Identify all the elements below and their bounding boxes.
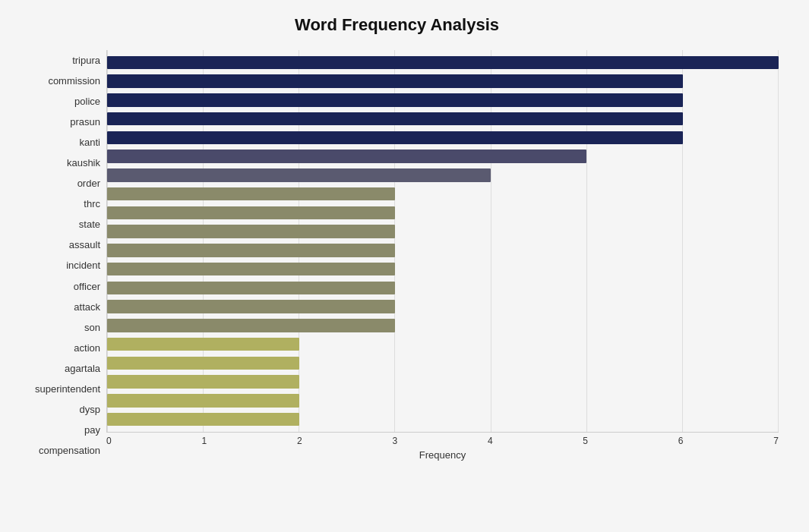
bar-row [107,72,779,91]
bar [107,93,683,106]
bar [107,150,586,162]
bar [107,56,779,69]
bar-row [107,203,779,222]
y-label: compensation [39,445,100,455]
x-axis-label: Frequency [106,449,779,461]
bar [107,319,395,332]
y-label: officer [74,282,100,291]
y-label: commission [48,76,100,86]
y-label: attack [74,302,100,312]
bar-row [107,297,779,316]
chart-title: Word Frequency Analysis [15,15,779,35]
bar [107,300,395,313]
y-label: action [74,343,100,353]
x-tick: 7 [773,436,779,446]
bar-row [107,410,779,429]
y-label: pay [84,425,100,435]
chart-container: Word Frequency Analysis tripuracommissio… [0,0,809,532]
bars-area [106,50,779,433]
bar [107,244,395,257]
bar-row [107,354,779,373]
x-tick: 4 [488,436,493,446]
y-label: order [77,178,100,188]
bar [107,168,491,181]
y-label: prasun [70,117,100,127]
x-tick: 1 [201,436,207,446]
bar [107,375,299,388]
bar [107,74,683,87]
bar [107,413,299,426]
y-label: agartala [65,364,100,373]
y-label: thrc [84,199,100,209]
bar-row [107,260,779,279]
y-label: state [79,219,100,229]
bar [107,112,683,125]
y-label: tripura [72,55,100,65]
x-tick: 5 [583,436,588,446]
bar [107,187,395,200]
bar-row [107,128,779,147]
x-tick: 6 [678,436,684,446]
bar-row [107,222,779,241]
bar [107,282,395,294]
x-axis: 01234567 [106,433,779,446]
x-tick: 3 [392,436,397,446]
bars-wrapper [107,50,779,432]
y-label: dysp [80,405,100,414]
y-axis: tripuracommissionpoliceprasunkantikaushi… [15,50,106,461]
y-label: police [74,96,100,106]
bar-row [107,166,779,185]
bar-row [107,91,779,110]
bar-row [107,184,779,203]
bar [107,357,299,370]
bar-row [107,279,779,297]
x-tick: 2 [297,436,302,446]
bar-row [107,392,779,411]
y-label: incident [66,260,100,270]
bar [107,206,395,219]
bar-row [107,147,779,166]
y-label: assault [69,240,100,250]
bar-row [107,316,779,335]
bar-row [107,241,779,260]
bar [107,394,299,407]
y-label: superintendent [35,384,100,394]
chart-area: tripuracommissionpoliceprasunkantikaushi… [15,50,779,461]
y-label: son [84,323,100,332]
bars-and-xaxis: 01234567 Frequency [106,50,779,461]
bar [107,263,395,275]
bar-row [107,335,779,354]
bar-row [107,109,779,128]
y-label: kanti [80,137,100,147]
x-tick: 0 [106,436,112,446]
bar-row [107,53,779,72]
y-label: kaushik [67,158,100,168]
bar-row [107,373,779,392]
bar [107,338,299,351]
bar [107,225,395,238]
bar [107,131,683,144]
